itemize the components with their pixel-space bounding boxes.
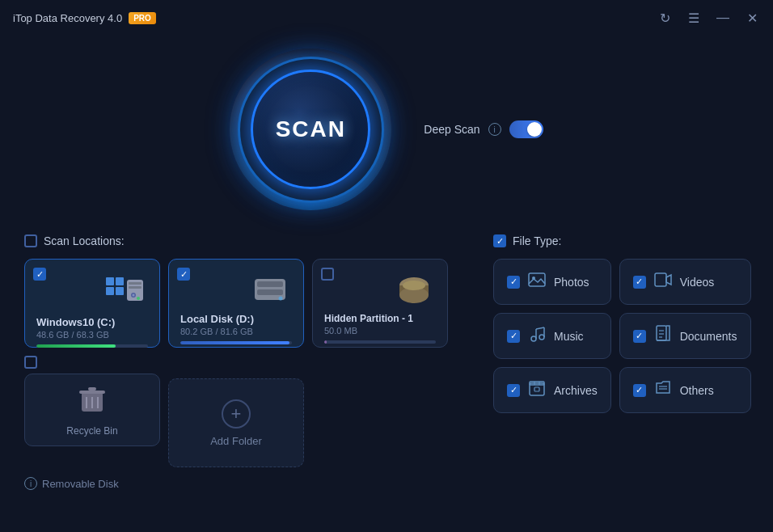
app-title: iTop Data Recovery 4.0	[13, 12, 122, 24]
toggle-knob	[527, 122, 542, 137]
recycle-wrapper: Recycle Bin	[24, 356, 160, 446]
add-folder-card[interactable]: + Add Folder	[168, 378, 304, 467]
photos-icon	[528, 271, 546, 293]
svg-rect-11	[257, 281, 283, 287]
disk-d-top	[180, 276, 292, 306]
disk-p-top	[324, 276, 436, 306]
archives-icon	[528, 379, 546, 401]
disk-p-checkbox[interactable]	[321, 268, 334, 281]
documents-checkbox[interactable]	[633, 330, 646, 343]
scan-locations-panel: Scan Locations:	[24, 234, 477, 490]
close-button[interactable]: ✕	[744, 10, 760, 26]
minimize-button[interactable]: —	[715, 10, 731, 26]
disk-c-check[interactable]	[33, 268, 46, 281]
deep-scan-info-icon[interactable]: i	[488, 123, 501, 136]
svg-point-17	[403, 281, 425, 290]
archives-name: Archives	[554, 384, 598, 397]
file-type-documents[interactable]: Documents	[619, 313, 751, 359]
refresh-button[interactable]: ↻	[657, 10, 673, 26]
others-checkbox[interactable]	[633, 384, 646, 397]
scan-locations-checkbox[interactable]	[24, 234, 37, 247]
svg-rect-33	[657, 326, 666, 340]
file-type-header: File Type:	[493, 234, 751, 247]
bottom-section: Scan Locations:	[24, 234, 749, 490]
videos-checkbox[interactable]	[633, 276, 646, 289]
svg-rect-2	[106, 287, 114, 295]
svg-point-13	[279, 297, 283, 301]
disk-grid: Windows10 (C:) 48.6 GB / 68.3 GB	[24, 259, 477, 348]
file-type-videos[interactable]: Videos	[619, 259, 751, 305]
disk-card-partition[interactable]: Hidden Partition - 1 50.0 MB	[312, 259, 448, 348]
recycle-bin-card[interactable]: Recycle Bin	[24, 374, 160, 446]
file-type-checkbox[interactable]	[493, 234, 506, 247]
svg-rect-0	[106, 277, 114, 285]
svg-point-8	[133, 294, 135, 297]
disk-p-check[interactable]	[321, 268, 334, 281]
scan-locations-header: Scan Locations:	[24, 234, 477, 247]
svg-rect-24	[529, 273, 545, 286]
scan-button[interactable]: SCAN	[251, 70, 370, 189]
add-folder-label: Add Folder	[210, 435, 262, 447]
disk-d-checkbox[interactable]	[177, 268, 190, 281]
disk-c-checkbox[interactable]	[33, 268, 46, 281]
disk-d-check[interactable]	[177, 268, 190, 281]
file-type-archives[interactable]: Archives	[493, 367, 611, 413]
disk-card-d[interactable]: Local Disk (D:) 80.2 GB / 81.6 GB	[168, 259, 304, 348]
disk-c-progress	[36, 344, 148, 348]
title-bar: iTop Data Recovery 4.0 PRO ↻ ☰ — ✕	[0, 0, 773, 32]
svg-point-28	[531, 336, 536, 341]
file-type-photos[interactable]: Photos	[493, 259, 611, 305]
svg-rect-41	[534, 387, 539, 391]
disk-c-fill	[36, 344, 116, 348]
title-left: iTop Data Recovery 4.0 PRO	[13, 12, 156, 24]
svg-rect-3	[116, 287, 124, 295]
archives-checkbox[interactable]	[507, 384, 520, 397]
removable-disk-info-icon[interactable]: i	[24, 477, 37, 490]
photos-name: Photos	[554, 276, 589, 289]
file-type-others[interactable]: Others	[619, 367, 751, 413]
disk-c-icon	[104, 276, 145, 310]
disk-c-top	[36, 276, 148, 310]
music-checkbox[interactable]	[507, 330, 520, 343]
music-name: Music	[554, 330, 584, 343]
svg-rect-20	[88, 387, 96, 391]
disk-d-icon	[251, 276, 289, 306]
videos-icon	[654, 271, 672, 293]
svg-rect-6	[129, 286, 142, 289]
scan-area: SCAN Deep Scan i	[0, 32, 773, 234]
documents-name: Documents	[680, 330, 737, 343]
music-icon	[528, 325, 546, 347]
file-type-grid: Photos Videos	[493, 259, 751, 413]
others-icon	[654, 379, 672, 401]
svg-marker-27	[666, 275, 671, 285]
disk-p-fill	[324, 340, 327, 344]
file-type-label: File Type:	[513, 234, 561, 247]
file-type-music[interactable]: Music	[493, 313, 611, 359]
photos-checkbox[interactable]	[507, 276, 520, 289]
deep-scan-toggle[interactable]	[509, 120, 543, 138]
scan-locations-label: Scan Locations:	[44, 234, 125, 247]
svg-rect-12	[257, 289, 283, 295]
file-type-panel: File Type: Photos	[493, 234, 751, 490]
deep-scan-area: Deep Scan i	[424, 120, 543, 138]
disk-d-size: 80.2 GB / 81.6 GB	[180, 327, 292, 336]
svg-line-31	[536, 327, 544, 329]
disk-p-progress	[324, 340, 436, 344]
svg-rect-26	[655, 273, 666, 286]
disk-d-progress	[180, 341, 292, 344]
disk-p-size: 50.0 MB	[324, 326, 436, 336]
recycle-checkbox[interactable]	[24, 356, 37, 369]
svg-rect-1	[116, 277, 124, 285]
svg-rect-5	[129, 282, 142, 285]
svg-rect-19	[79, 391, 105, 394]
menu-button[interactable]: ☰	[686, 10, 702, 26]
disk-card-c[interactable]: Windows10 (C:) 48.6 GB / 68.3 GB	[24, 259, 160, 348]
disk-d-name: Local Disk (D:)	[180, 313, 292, 325]
documents-icon	[654, 325, 672, 347]
svg-point-9	[137, 297, 140, 300]
others-name: Others	[680, 384, 714, 397]
title-controls: ↻ ☰ — ✕	[657, 10, 760, 26]
pro-badge: PRO	[129, 12, 156, 24]
main-content: Scan Locations:	[0, 234, 773, 503]
removable-disk-label: Removable Disk	[42, 478, 119, 490]
